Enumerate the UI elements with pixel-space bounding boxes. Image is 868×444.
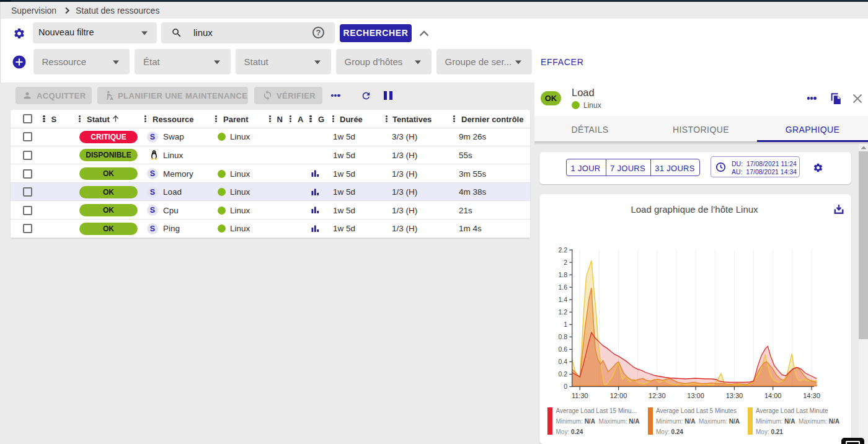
svg-text:0.2: 0.2 (558, 370, 567, 378)
svg-text:13:30: 13:30 (726, 392, 743, 399)
svg-text:2.2: 2.2 (558, 246, 567, 254)
svg-text:12:00: 12:00 (610, 392, 627, 399)
svg-text:11:30: 11:30 (572, 392, 588, 399)
svg-text:13:00: 13:00 (687, 392, 704, 399)
svg-text:12:30: 12:30 (649, 392, 666, 399)
svg-text:1.8: 1.8 (558, 271, 567, 278)
svg-text:0.8: 0.8 (558, 333, 567, 340)
svg-text:0: 0 (564, 383, 567, 390)
svg-text:2: 2 (564, 259, 567, 266)
svg-text:0.6: 0.6 (558, 345, 567, 353)
svg-text:1.6: 1.6 (558, 283, 567, 291)
svg-text:14:00: 14:00 (764, 392, 782, 399)
svg-text:1: 1 (564, 321, 567, 328)
svg-text:14:30: 14:30 (803, 392, 820, 399)
svg-text:0.4: 0.4 (558, 358, 567, 365)
svg-text:1.2: 1.2 (558, 308, 567, 316)
svg-text:1.4: 1.4 (558, 296, 567, 303)
